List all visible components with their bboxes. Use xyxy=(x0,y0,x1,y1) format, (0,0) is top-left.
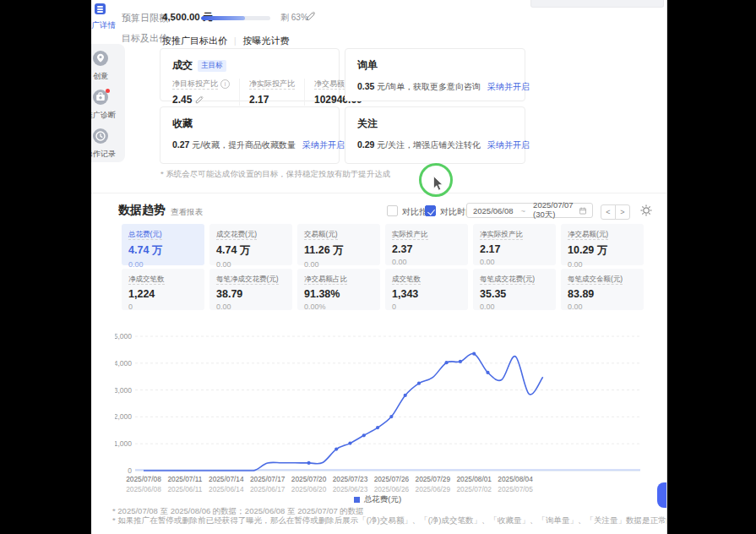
x-tick-label-compare: 2025/06/17 xyxy=(250,485,286,493)
data-point-marker xyxy=(445,361,449,364)
prev-period-button[interactable]: < xyxy=(601,204,616,220)
adopt-and-enable-link[interactable]: 采纳并开启 xyxy=(302,140,345,150)
floating-side-button[interactable] xyxy=(657,482,667,508)
goal-card-询单: 询单0.35 元/询单，获取更多意向咨询采纳并开启 xyxy=(345,48,525,101)
metric-compare-value: 0.00 xyxy=(128,260,198,269)
data-point-marker xyxy=(486,371,489,374)
metric-card-1[interactable]: 总花费(元)4.74 万0.00 xyxy=(122,224,204,265)
footnote-2: * 如果推广在暂停或删除前已经获得了曝光，那么在暂停或删除后展示「(净)交易额」… xyxy=(112,515,667,526)
metric-compare-value: 0.00 xyxy=(216,302,286,311)
y-tick-label: 1,000 xyxy=(115,439,132,448)
bidding-option-goal[interactable]: 按推广目标出价 xyxy=(162,35,227,46)
goal-metric-label-text: 净实际投产比 xyxy=(249,79,295,90)
metric-label-text: 每笔成交花费(元) xyxy=(480,275,535,285)
x-tick-label-current: 2025/07/11 xyxy=(167,475,202,483)
data-point-marker xyxy=(307,461,311,465)
metric-label-text: 净实际投产比 xyxy=(480,230,523,240)
metric-label: 实际投产比 xyxy=(392,230,461,240)
goal-metric: 净实际投产比2.17 xyxy=(239,79,304,106)
metric-card-6[interactable]: 净交易额(元)10.29 万0.00 xyxy=(561,224,644,265)
suggested-price: 0.27 xyxy=(172,139,189,150)
trend-title: 数据趋势 xyxy=(118,203,166,218)
metric-label-text: 净成交笔数 xyxy=(128,275,165,285)
compare-time-checkbox[interactable] xyxy=(425,205,436,216)
sidebar-item-1[interactable]: 创意 xyxy=(91,51,125,82)
goal-card-title: 询单 xyxy=(357,58,378,73)
metric-card-3[interactable]: 交易额(元)11.26 万0.00 xyxy=(297,224,380,265)
metric-card-12[interactable]: 每笔成交金额(元)83.890.00 xyxy=(561,269,644,310)
bidding-option-exposure[interactable]: 按曝光计费 xyxy=(243,35,290,46)
goal-card-metrics: 净目标投产比i2.45 净实际投产比2.17净交易额(元)102946.60 xyxy=(172,79,327,106)
sidebar-item-promo-detail[interactable]: 推广详情 xyxy=(91,3,118,31)
metric-label: 总花费(元) xyxy=(128,230,198,240)
metric-value: 2.17 xyxy=(480,243,549,255)
detail-icon xyxy=(95,3,106,14)
info-icon[interactable]: i xyxy=(220,79,230,89)
metric-card-11[interactable]: 每笔成交花费(元)35.350.00 xyxy=(473,269,556,310)
metric-card-9[interactable]: 净交易额占比91.38%0.00% xyxy=(297,269,380,310)
data-point-marker xyxy=(404,394,407,397)
metric-value: 1,224 xyxy=(128,288,198,300)
edit-roi-icon[interactable] xyxy=(195,95,204,104)
main-series-line xyxy=(144,353,543,471)
metric-card-8[interactable]: 每笔净成交花费(元)38.790.00 xyxy=(209,269,292,310)
y-tick-label: 0 xyxy=(128,466,132,475)
data-point-marker xyxy=(334,447,338,450)
metric-card-2[interactable]: 成交花费(元)4.74 万0.00 xyxy=(209,224,292,265)
x-tick-label-current: 2025/08/01 xyxy=(456,475,492,483)
x-tick-label-compare: 2025/06/26 xyxy=(374,485,410,493)
metric-label-text: 成交笔数 xyxy=(392,275,421,285)
metric-compare-value: 0.00 xyxy=(216,260,286,269)
metric-card-4[interactable]: 实际投产比2.370.00 xyxy=(385,224,468,265)
goal-note: * 系统会尽可能达成你设置的目标，保持稳定投放有助于提升达成 xyxy=(160,169,390,180)
date-start: 2025/06/08 xyxy=(473,206,514,215)
goal-card-description: 0.29 元/关注，增强店铺关注转化采纳并开启 xyxy=(357,139,513,151)
x-tick-label-compare: 2025/06/11 xyxy=(167,485,202,493)
metric-value: 1,343 xyxy=(392,288,461,300)
next-period-button[interactable]: > xyxy=(615,204,630,220)
metric-label: 每笔成交金额(元) xyxy=(568,275,637,285)
metric-card-5[interactable]: 净实际投产比2.170.00 xyxy=(473,224,556,265)
compare-metric-checkbox[interactable] xyxy=(387,205,398,216)
metric-cards: 总花费(元)4.74 万0.00成交花费(元)4.74 万0.00交易额(元)1… xyxy=(122,224,644,310)
x-tick-label-compare: 2025/06/08 xyxy=(126,485,161,493)
goal-cards: 成交主目标净目标投产比i2.45 净实际投产比2.17净交易额(元)102946… xyxy=(160,48,525,164)
sidebar-item-3[interactable]: 操作记录 xyxy=(91,128,125,160)
metric-card-7[interactable]: 净成交笔数1,2240 xyxy=(122,269,204,310)
goal-metric-value: 2.17 xyxy=(249,94,295,106)
adopt-and-enable-link[interactable]: 采纳并开启 xyxy=(487,140,530,150)
metric-label: 净交易额占比 xyxy=(304,275,373,285)
data-point-marker xyxy=(417,382,421,385)
x-tick-label-current: 2025/07/20 xyxy=(291,475,327,483)
x-tick-label-compare: 2025/06/14 xyxy=(209,485,244,493)
sidebar-item-label: 操作记录 xyxy=(91,149,125,160)
section-divider xyxy=(91,193,667,193)
metric-card-10[interactable]: 成交笔数1,3430 xyxy=(385,269,468,310)
data-point-marker xyxy=(348,441,351,444)
goal-card-关注: 关注0.29 元/关注，增强店铺关注转化采纳并开启 xyxy=(345,106,525,164)
edit-budget-icon[interactable] xyxy=(306,11,316,21)
metric-label: 净成交笔数 xyxy=(128,275,198,285)
metric-label-text: 净交易额占比 xyxy=(304,275,347,285)
suggested-price: 0.35 xyxy=(357,81,374,91)
metric-label: 交易额(元) xyxy=(304,230,373,240)
adopt-and-enable-link[interactable]: 采纳并开启 xyxy=(487,82,530,91)
metric-label: 净实际投产比 xyxy=(480,230,549,240)
metric-value: 83.89 xyxy=(568,288,637,300)
sidebar-item-2[interactable]: 推广诊断 xyxy=(91,90,125,121)
y-tick-label: 2,000 xyxy=(115,412,132,421)
data-point-marker xyxy=(389,415,393,418)
goal-card-收藏: 收藏0.27 元/收藏，提升商品收藏数量采纳并开启 xyxy=(160,106,340,164)
x-tick-label-current: 2025/07/08 xyxy=(126,475,161,483)
metric-compare-value: 0.00 xyxy=(568,302,637,311)
metric-value: 35.35 xyxy=(480,288,549,300)
mouse-cursor-icon xyxy=(432,176,444,191)
date-range-picker[interactable]: 2025/06/08 ~ 2025/07/07 (30天) xyxy=(466,203,593,218)
metric-label: 净交易额(元) xyxy=(568,230,637,240)
metric-compare-value: 0.00 xyxy=(568,260,637,269)
data-point-marker xyxy=(362,433,366,437)
metric-compare-value: 0 xyxy=(128,302,198,311)
settings-gear-icon[interactable] xyxy=(640,204,652,216)
view-report-link[interactable]: 查看报表 xyxy=(171,207,203,218)
primary-goal-badge: 主目标 xyxy=(198,60,226,72)
